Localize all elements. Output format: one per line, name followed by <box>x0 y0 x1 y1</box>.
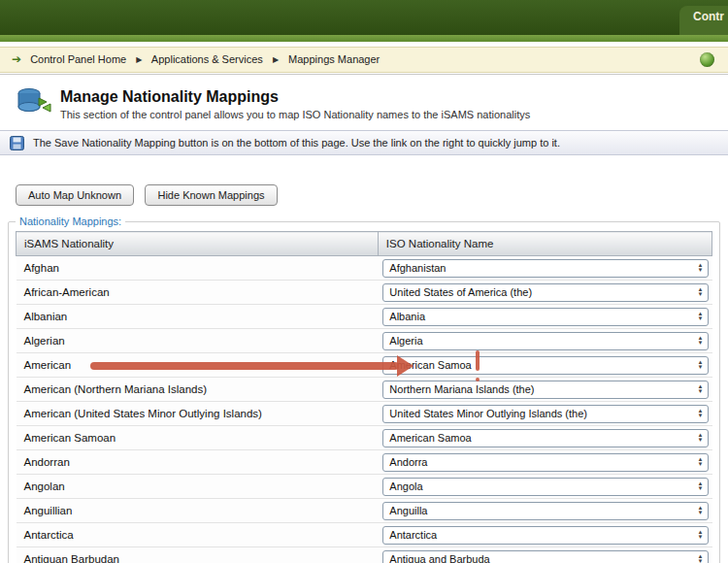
isams-nationality-label: Antarctica <box>17 523 379 547</box>
breadcrumb-mappings-manager[interactable]: Mappings Manager <box>288 53 380 65</box>
mapping-row: AndorranAndorra▲▼ <box>17 450 712 475</box>
save-hint-icon <box>10 136 24 150</box>
isams-nationality-label: American <box>17 353 379 378</box>
isams-nationality-label: Algerian <box>17 329 379 353</box>
mapping-row: AlbanianAlbania▲▼ <box>17 305 712 329</box>
mapping-row: AnguillianAnguilla▲▼ <box>17 499 712 523</box>
isams-nationality-label: Albanian <box>17 305 379 329</box>
mapping-row: AngolanAngola▲▼ <box>17 475 712 499</box>
isams-nationality-label: American (United States Minor Outlying I… <box>17 402 379 426</box>
iso-nationality-select[interactable]: Angola <box>382 478 708 496</box>
column-header-isams-nationality: iSAMS Nationality <box>17 232 379 256</box>
fieldset-legend: Nationality Mappings: <box>16 215 125 227</box>
iso-nationality-select[interactable]: Andorra <box>382 453 708 472</box>
mapping-row: American (United States Minor Outlying I… <box>17 402 712 426</box>
mappings-table-body: AfghanAfghanistan▲▼African-AmericanUnite… <box>17 256 712 563</box>
screen: Contr ➔ Control Panel Home ▶ Application… <box>0 0 728 563</box>
mappings-table: iSAMS Nationality ISO Nationality Name A… <box>16 231 712 563</box>
page-title: Manage Nationality Mappings <box>60 88 530 106</box>
isams-nationality-label: Anguillian <box>17 499 379 523</box>
home-arrow-icon: ➔ <box>12 52 21 66</box>
isams-nationality-label: Antiguan Barbudan <box>17 547 379 563</box>
mapping-row: Antiguan BarbudanAntigua and Barbuda▲▼ <box>17 547 712 563</box>
breadcrumb-separator-icon: ▶ <box>273 55 279 64</box>
iso-nationality-select[interactable]: Anguilla <box>382 502 708 520</box>
iso-nationality-select[interactable]: Northern Mariana Islands (the) <box>382 381 708 399</box>
divider <box>0 74 728 75</box>
mapping-row: African-AmericanUnited States of America… <box>17 281 712 305</box>
isams-nationality-label: Andorran <box>17 450 379 475</box>
column-header-iso-nationality-name: ISO Nationality Name <box>378 232 711 256</box>
isams-nationality-label: Angolan <box>17 475 379 499</box>
iso-nationality-select[interactable]: Antigua and Barbuda <box>382 550 708 563</box>
iso-nationality-select[interactable]: American Samoa <box>382 356 708 375</box>
notice-bar: The Save Nationality Mapping button is o… <box>0 130 728 155</box>
nationality-mappings-fieldset: Nationality Mappings: iSAMS Nationality … <box>8 215 720 563</box>
iso-nationality-select[interactable]: Antarctica <box>382 526 708 545</box>
breadcrumb-separator-icon: ▶ <box>136 55 142 64</box>
iso-nationality-select[interactable]: Albania <box>382 308 708 326</box>
mapping-row: AlgerianAlgeria▲▼ <box>17 329 712 353</box>
mapping-row: AntarcticaAntarctica▲▼ <box>17 523 712 547</box>
auto-map-unknown-button[interactable]: Auto Map Unknown <box>16 184 134 206</box>
breadcrumb-control-panel-home[interactable]: Control Panel Home <box>30 53 126 65</box>
breadcrumb-applications-services[interactable]: Applications & Services <box>151 53 263 65</box>
mappings-manager-icon <box>16 86 52 119</box>
iso-nationality-select[interactable]: United States of America (the) <box>382 283 708 302</box>
header-partial-text: Contr <box>693 10 724 23</box>
mapping-row: AfghanAfghanistan▲▼ <box>17 256 712 281</box>
app-header-strip <box>0 35 728 42</box>
mapping-row: American SamoanAmerican Samoa▲▼ <box>17 426 712 450</box>
globe-icon[interactable] <box>700 52 714 67</box>
toolbar: Auto Map Unknown Hide Known Mappings <box>16 184 728 206</box>
mapping-row: American (Northern Mariana Islands)North… <box>17 378 712 402</box>
iso-nationality-select[interactable]: United States Minor Outlying Islands (th… <box>382 405 708 423</box>
iso-nationality-select[interactable]: Afghanistan <box>382 259 708 278</box>
isams-nationality-label: American (Northern Mariana Islands) <box>17 378 379 402</box>
hide-known-mappings-button[interactable]: Hide Known Mappings <box>145 184 277 206</box>
iso-nationality-select[interactable]: American Samoa <box>382 429 708 447</box>
page-header: Manage Nationality Mappings This section… <box>16 86 728 120</box>
app-header: Contr <box>0 0 728 35</box>
isams-nationality-label: African-American <box>17 281 379 305</box>
isams-nationality-label: Afghan <box>17 256 379 281</box>
page-subtitle: This section of the control panel allows… <box>60 109 530 120</box>
isams-nationality-label: American Samoan <box>17 426 379 450</box>
iso-nationality-select[interactable]: Algeria <box>382 332 708 350</box>
breadcrumb: ➔ Control Panel Home ▶ Applications & Se… <box>0 47 728 73</box>
notice-text: The Save Nationality Mapping button is o… <box>33 137 560 149</box>
mapping-row: AmericanAmerican Samoa▲▼ <box>17 353 712 378</box>
